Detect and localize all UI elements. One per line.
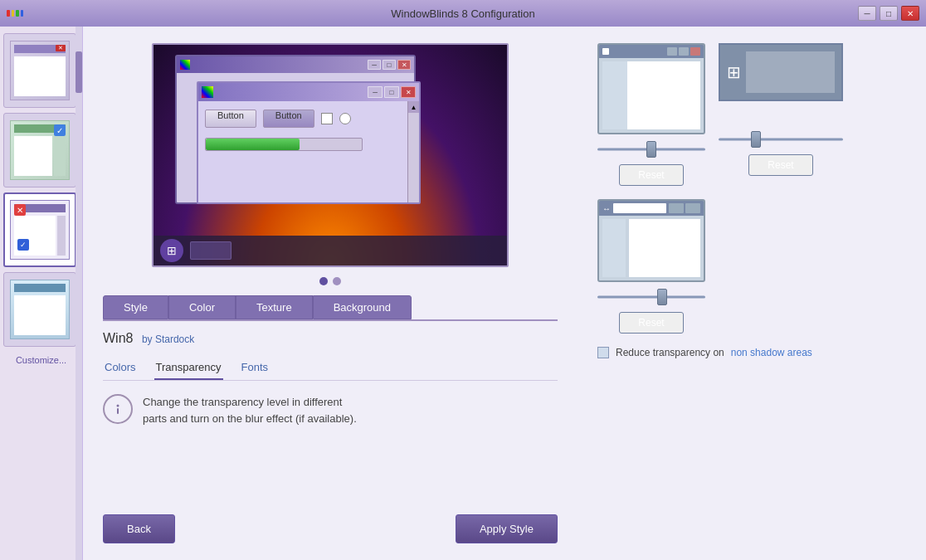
wt1-buttons [667,47,700,56]
preview-scrollbar: ▲ [407,101,419,202]
theme-name: Win8 [103,331,133,345]
window-thumb-3: ↔ [597,199,705,282]
preview-outer-maximize: □ [383,60,396,70]
reduce-text-pre: Reduce transparency on [616,347,724,358]
preview-outer-minimize: ─ [368,60,381,70]
sidebar-item-2[interactable]: ✓ [3,113,76,187]
preview-dots [103,277,558,285]
window-thumb-2: ⊞ [719,43,843,101]
preview-inner-titlebar: ─ □ ✕ [198,83,419,101]
window-controls: ─ □ ✕ [858,6,919,21]
sidebar-item-1[interactable]: ✕ [3,33,76,108]
preview-buttons-row: Button Button [205,110,412,128]
slider-3-thumb[interactable] [657,289,667,305]
preview-inner-close: ✕ [401,86,416,98]
wt3-main [629,219,700,277]
preview-checkbox [321,113,333,124]
preview-taskbar: ⊞ [154,236,507,265]
maximize-button[interactable]: □ [880,6,898,21]
wt3-address-bar [613,203,666,213]
wt3-btn1 [669,203,684,213]
tab-bar: Style Color Texture Background [103,295,558,321]
wt1-icon [602,48,609,55]
tab-color[interactable]: Color [168,295,236,319]
preview-radio [339,113,351,124]
preview-dot-1[interactable] [319,277,328,285]
sub-tab-transparency[interactable]: Transparency [154,356,223,380]
preview-outer-titlebar: ─ □ ✕ [177,56,414,73]
preview-start-button: ⊞ [160,239,183,262]
tab-background[interactable]: Background [313,295,412,319]
wt3-sidebar [602,219,626,277]
window-title: WindowBlinds 8 Configuration [391,7,534,20]
wt1-sidebar [602,61,627,129]
preview-progress-fill [206,139,300,150]
slider-2-thumb[interactable] [751,131,761,148]
preview-outer-controls: ─ □ ✕ [368,60,411,70]
sidebar-item-3-active[interactable]: ✕ ✓ [3,192,76,267]
sub-tab-colors[interactable]: Colors [103,356,138,380]
slider-2-track [719,139,843,141]
preview-taskbar-item [190,241,232,260]
wt3-btn2 [685,203,700,213]
sidebar-scroll-thumb[interactable] [76,51,82,93]
preview-outer-app-icon [180,60,190,70]
sidebar-checkmark-icon: ✓ [54,124,66,136]
slider-1-container [597,143,705,156]
app-icon [7,5,23,22]
preview-dot-2[interactable] [333,277,341,285]
preview-inner-body: Button Button [198,101,419,159]
sub-tabs: Colors Transparency Fonts [103,356,558,381]
tab-texture[interactable]: Texture [236,295,313,319]
wt1-btn2 [679,47,689,56]
preview-area: ─ □ ✕ ─ □ ✕ [103,43,558,267]
action-buttons: Back Apply Style [103,514,558,543]
preview-inner-window: ─ □ ✕ Button Button [197,81,421,204]
svg-point-0 [117,405,119,407]
slider-2-container [719,133,843,146]
control-group-top: Reset ⊞ Reset [597,43,906,186]
preview-progress-row [205,138,412,151]
control-group-bottom: ↔ Reset [597,199,906,334]
control-item-3: ↔ Reset [597,199,705,334]
info-icon [103,394,133,424]
preview-inner-maximize: □ [384,86,399,98]
wt3-arrows-icon: ↔ [602,204,611,213]
wt1-btn1 [667,47,677,56]
right-panel: Reset ⊞ Reset ↔ [578,27,926,560]
slider-1-thumb[interactable] [646,141,656,158]
sidebar-customize-label[interactable]: Customize... [3,352,79,368]
info-section: Change the transparency level in differe… [103,394,558,426]
icon-yellow [12,10,15,17]
sub-tab-fonts[interactable]: Fonts [240,356,270,380]
sidebar-item-4[interactable] [3,272,76,347]
minimize-button[interactable]: ─ [858,6,876,21]
control-item-2: ⊞ Reset [719,43,843,176]
reset-button-1[interactable]: Reset [619,164,683,186]
close-button[interactable]: ✕ [901,6,919,21]
apply-style-button[interactable]: Apply Style [456,514,558,543]
reset-button-3[interactable]: Reset [619,312,683,334]
main-container: ✕ ✓ ✕ ✓ Customiz [0,27,926,560]
reduce-transparency-checkbox[interactable] [597,347,609,358]
reset-button-2[interactable]: Reset [748,154,812,176]
win8-logo-icon: ⊞ [727,62,741,82]
sidebar-scrollbar[interactable] [76,27,82,560]
window-thumb-1 [597,43,705,134]
reduce-text-link[interactable]: non shadow areas [731,347,812,358]
content-panel: ─ □ ✕ ─ □ ✕ [83,27,578,560]
sidebar: ✕ ✓ ✕ ✓ Customiz [0,27,83,560]
sidebar-red-x-icon: ✕ [14,204,26,216]
tab-style[interactable]: Style [103,295,168,319]
icon-blue [21,10,24,17]
preview-scroll-up-arrow: ▲ [408,101,419,113]
svg-rect-1 [117,408,119,414]
back-button[interactable]: Back [103,514,175,543]
preview-inner-controls: ─ □ ✕ [368,86,416,98]
preview-frame: ─ □ ✕ ─ □ ✕ [152,43,509,267]
slider-3-container [597,290,705,304]
preview-btn-2: Button [263,110,314,128]
info-text: Change the transparency level in differe… [143,394,357,426]
preview-progress-bar [205,138,363,151]
wt3-btns [669,203,700,213]
